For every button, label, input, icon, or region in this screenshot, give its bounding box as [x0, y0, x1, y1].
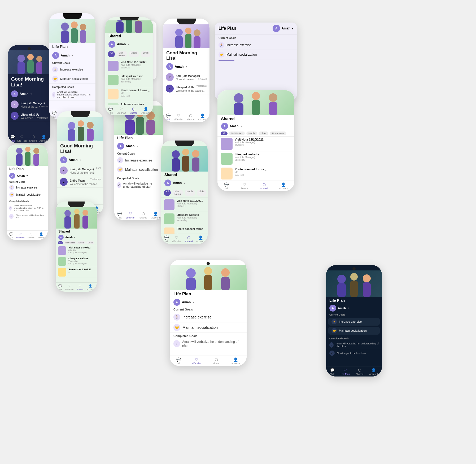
- filter-all-9[interactable]: All: [164, 190, 171, 196]
- nav-talk-9[interactable]: 💬Talk: [164, 235, 169, 243]
- nav-sh-5[interactable]: ⬡Shared: [130, 107, 138, 114]
- avatar-13[interactable]: A: [329, 305, 336, 312]
- dropdown-10[interactable]: ▾: [292, 27, 293, 30]
- nav-ac-5[interactable]: 👤Account: [141, 107, 150, 114]
- avatar-9[interactable]: A: [164, 180, 171, 186]
- filter-med-9[interactable]: Media: [185, 190, 195, 196]
- chat-row-kari[interactable]: K Kari (Life Manager) 8:30 AM None at th…: [8, 99, 50, 110]
- nav-lp-8[interactable]: ♡Life Plan: [65, 284, 73, 291]
- filter-links-9[interactable]: Links: [197, 190, 207, 196]
- nav-sh-7[interactable]: ⬡Shared: [28, 232, 34, 239]
- chat-row-lifespark[interactable]: L Lifespark & Us Yesterday Welcome to th…: [8, 110, 50, 122]
- shared-1-11[interactable]: Visit Note 11/10/2021 Kari (Life Manager…: [217, 137, 294, 151]
- chat-row-team-3[interactable]: E Entire Team Yesterday Welcome to the t…: [57, 176, 103, 188]
- nav-talk-7[interactable]: 💬Talk: [9, 232, 13, 239]
- nav-talk-8[interactable]: 💬Talk: [58, 284, 62, 291]
- nav-ac-13[interactable]: 👤Account: [369, 368, 378, 375]
- nav-lp-5[interactable]: ♡Life Plan: [117, 107, 126, 114]
- filter-med-5[interactable]: Media: [129, 51, 139, 57]
- nav-ac-11[interactable]: 👤Account: [279, 182, 288, 190]
- filter-docs-11[interactable]: Documents: [270, 132, 286, 135]
- filter-all-5[interactable]: All: [108, 51, 115, 57]
- filter-all-8[interactable]: All: [58, 241, 63, 244]
- nav-talk-2[interactable]: 💬Talk: [52, 111, 56, 118]
- avatar-7[interactable]: A: [9, 173, 15, 179]
- shared-1-9[interactable]: Visit Note 11/10/2021 Kari (Life Manager…: [161, 198, 208, 212]
- nav-ac-8[interactable]: 👤Account: [86, 284, 94, 291]
- shared-item-1-5[interactable]: Visit Note 11/10/2021 Kari (Life Manager…: [105, 59, 153, 73]
- nav-talk-12[interactable]: 💬Talk: [176, 357, 181, 365]
- nav-talk-5[interactable]: 💬Talk: [108, 107, 113, 114]
- dropdown-6[interactable]: ▾: [186, 65, 187, 68]
- nav-sh-11[interactable]: ⬡Shared: [260, 182, 268, 190]
- nav-shared[interactable]: ⬡Shared: [29, 135, 37, 142]
- filter-links-5[interactable]: Links: [141, 51, 151, 57]
- nav-sh-13[interactable]: ⬡Shared: [356, 368, 363, 375]
- filter-vn-8[interactable]: Visit Notes: [64, 241, 76, 244]
- nav-account[interactable]: 👤Account: [40, 135, 48, 142]
- avatar-6[interactable]: A: [166, 63, 173, 70]
- avatar-5[interactable]: A: [108, 41, 115, 48]
- nav-lp-12[interactable]: ♡Life Plan: [192, 357, 201, 365]
- nav-talk-4[interactable]: 💬Talk: [117, 212, 122, 219]
- nav-sh-6[interactable]: ⬡Shared: [187, 113, 194, 121]
- chat-row-kari-3[interactable]: K Kari (Life Manager) 8:30 None at the m…: [57, 165, 103, 176]
- shared-3-11[interactable]: Photo consent forms _ Me 02/27/22: [217, 166, 294, 181]
- nav-talk-13[interactable]: 💬Talk: [330, 368, 335, 375]
- filter-links-8[interactable]: Links: [86, 241, 94, 244]
- dropdown-3[interactable]: ▾: [80, 159, 81, 161]
- avatar[interactable]: A: [11, 90, 18, 97]
- nav-sh-4[interactable]: ⬡Shared: [139, 212, 147, 219]
- nav-sh-9[interactable]: ⬡Shared: [185, 235, 193, 243]
- dropdown-icon-2[interactable]: ▾: [72, 54, 73, 57]
- filter-docs-5[interactable]: Documents: [152, 51, 153, 57]
- nav-sh-12[interactable]: ⬡Shared: [212, 357, 220, 365]
- filter-med-8[interactable]: Media: [77, 241, 86, 244]
- shared-item-3-8[interactable]: Screenshot 03.07.21 ...: [56, 267, 97, 278]
- dropdown-4[interactable]: ▾: [137, 145, 138, 148]
- shared-item-2-8[interactable]: Lifespark website Yesterday Kari (Life M…: [56, 256, 97, 267]
- avatar-4[interactable]: A: [117, 143, 124, 150]
- filter-all-11[interactable]: All: [221, 132, 228, 135]
- dropdown-12[interactable]: ▾: [193, 301, 194, 304]
- nav-ac-7[interactable]: 👤Account: [37, 232, 45, 239]
- nav-lp-9[interactable]: ♡Life Plan: [172, 235, 181, 243]
- nav-ac-12[interactable]: 👤Account: [231, 357, 240, 365]
- dropdown-13[interactable]: ▾: [348, 307, 349, 309]
- dropdown-8[interactable]: ▾: [74, 236, 75, 239]
- dropdown-5[interactable]: ▾: [128, 43, 129, 46]
- nav-lp-7[interactable]: ♡Life Plan: [16, 232, 24, 239]
- dropdown-icon[interactable]: ▾: [30, 93, 32, 95]
- dropdown-11[interactable]: ▾: [241, 125, 242, 128]
- filter-med-11[interactable]: Media: [246, 132, 257, 135]
- avatar-12[interactable]: A: [173, 299, 180, 306]
- filter-vn-5[interactable]: Visit Notes: [116, 51, 127, 57]
- filter-vn-11[interactable]: Visit Notes: [229, 132, 245, 135]
- chat-ls-6[interactable]: L Lifespark & Us Yesterday Welcome to th…: [163, 83, 209, 94]
- nav-talk[interactable]: 💬Talk: [10, 135, 15, 142]
- nav-lp-4[interactable]: ♡Life Plan: [126, 212, 135, 219]
- dropdown-7[interactable]: ▾: [27, 174, 28, 177]
- nav-lp-11[interactable]: ♡Life Plan: [240, 182, 249, 190]
- filter-links-11[interactable]: Links: [259, 132, 268, 135]
- avatar-2[interactable]: A: [52, 52, 59, 59]
- nav-ac-9[interactable]: 👤Account: [196, 235, 205, 243]
- avatar-11[interactable]: A: [221, 123, 228, 130]
- nav-talk-11[interactable]: 💬Talk: [224, 182, 229, 190]
- nav-ac-6[interactable]: 👤Account: [198, 113, 207, 121]
- avatar-10[interactable]: A: [273, 25, 280, 32]
- nav-talk-6[interactable]: 💬Talk: [166, 113, 171, 121]
- nav-sh-8[interactable]: ⬡Shared: [77, 284, 84, 291]
- avatar-8[interactable]: A: [58, 235, 64, 240]
- nav-lifeplan[interactable]: ♡Life Plan: [17, 135, 27, 142]
- filter-vn-9[interactable]: Visit Notes: [172, 190, 183, 196]
- nav-lp-13[interactable]: ♡Life Plan: [340, 368, 350, 375]
- shared-item-3-5[interactable]: Photo consent forms _ Me 02/27/22: [105, 87, 153, 101]
- shared-2-11[interactable]: Lifespark website Kari (Life Manager) Ye…: [217, 151, 294, 166]
- shared-2-9[interactable]: Lifespark website Kari (Life Manager) Ye…: [161, 212, 208, 226]
- shared-item-2-5[interactable]: Lifespark website Kari (Life Manager) Ye…: [105, 73, 153, 87]
- nav-lp-6[interactable]: ♡Life Plan: [174, 113, 183, 121]
- shared-item-1-8[interactable]: Visit notes 03/07/22 8:20 AM Kari (Life …: [56, 245, 97, 256]
- nav-ac-4[interactable]: 👤Account: [151, 212, 160, 219]
- chat-kari-6[interactable]: K Kari (Life Manager) 8:30 AM None at th…: [163, 72, 209, 83]
